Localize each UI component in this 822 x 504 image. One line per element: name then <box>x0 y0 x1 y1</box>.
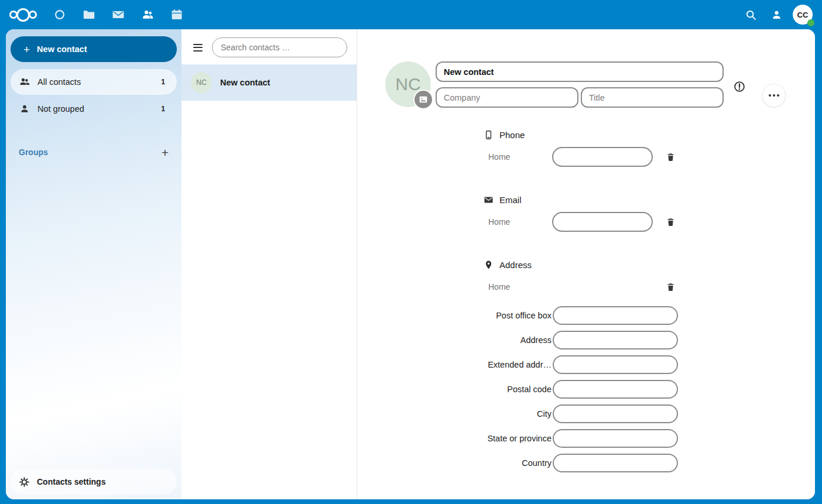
sidebar-item-count: 1 <box>161 105 169 113</box>
email-section: Email Home <box>484 195 815 232</box>
contacts-settings-button[interactable]: Contacts settings <box>11 469 177 495</box>
user-avatar[interactable]: CC <box>793 5 813 25</box>
sidebar-item-all-contacts[interactable]: All contacts 1 <box>11 69 177 95</box>
folder-icon <box>83 8 95 21</box>
company-title-row <box>436 87 724 108</box>
address-field-label: Post office box <box>484 311 552 320</box>
name-fields <box>436 61 724 108</box>
country-input[interactable] <box>553 454 678 472</box>
phone-row: Home <box>484 147 815 167</box>
navigation-sidebar: + New contact All contacts 1 Not grouped… <box>6 29 181 499</box>
company-input[interactable] <box>436 87 578 108</box>
sidebar-item-label: Not grouped <box>37 104 84 114</box>
address-field-row: City <box>484 404 815 423</box>
mail-icon <box>112 8 125 21</box>
email-heading-label: Email <box>499 195 522 205</box>
address-type-row: Home <box>484 277 815 297</box>
ellipsis-icon <box>769 94 771 97</box>
address-field-label: State or province <box>484 434 552 443</box>
delete-phone-button[interactable] <box>663 150 677 164</box>
toggle-navigation-button[interactable] <box>192 42 204 54</box>
user-icon <box>770 9 783 21</box>
groups-header: Groups + <box>11 140 177 164</box>
city-input[interactable] <box>553 404 678 423</box>
contact-avatar-initials: NC <box>196 78 207 87</box>
contacts-icon <box>141 8 154 21</box>
alert-circle-icon <box>733 80 746 93</box>
state-province-input[interactable] <box>553 429 678 448</box>
contact-details-panel: NC <box>357 29 815 499</box>
street-address-input[interactable] <box>553 331 678 349</box>
postal-code-input[interactable] <box>553 380 678 399</box>
contact-list-panel: NC New contact <box>181 29 357 499</box>
plus-icon: + <box>162 146 169 159</box>
detail-avatar: NC <box>385 61 431 107</box>
phone-value-input[interactable] <box>552 147 653 167</box>
phone-section: Phone Home <box>484 130 815 167</box>
address-field-label: Postal code <box>484 385 552 394</box>
topbar: CC <box>0 0 822 29</box>
job-title-input[interactable] <box>581 87 724 108</box>
app-icon-files[interactable] <box>74 0 104 29</box>
map-pin-icon <box>484 260 494 270</box>
contacts-settings-label: Contacts settings <box>37 477 105 486</box>
email-value-input[interactable] <box>552 212 653 232</box>
phone-type-select[interactable]: Home <box>484 152 552 162</box>
sidebar-item-count: 1 <box>161 78 169 86</box>
person-icon <box>19 103 30 115</box>
email-heading: Email <box>484 195 815 205</box>
plus-icon: + <box>23 44 30 55</box>
sidebar-nav: All contacts 1 Not grouped 1 <box>6 68 181 123</box>
people-icon <box>19 76 30 88</box>
new-contact-label: New contact <box>37 44 87 54</box>
delete-email-button[interactable] <box>663 215 677 229</box>
app-icon-mail[interactable] <box>104 0 133 29</box>
extended-address-input[interactable] <box>553 355 678 374</box>
groups-label: Groups <box>19 148 162 157</box>
search-contacts-input[interactable] <box>212 37 347 57</box>
contact-fullname-input[interactable] <box>436 61 724 82</box>
contacts-menu-button[interactable] <box>763 0 789 29</box>
contact-list-header <box>181 29 357 64</box>
address-field-row: Postal code <box>484 380 815 399</box>
sidebar-item-not-grouped[interactable]: Not grouped 1 <box>11 96 177 122</box>
address-field-row: Extended addr… <box>484 355 815 374</box>
app-icon-contacts[interactable] <box>133 0 162 29</box>
sidebar-item-label: All contacts <box>37 77 81 87</box>
contact-details-header: NC <box>357 29 815 108</box>
trash-icon <box>666 282 676 292</box>
user-avatar-initials: CC <box>797 11 809 19</box>
app-content: + New contact All contacts 1 Not grouped… <box>6 29 815 499</box>
upload-photo-button[interactable] <box>413 90 433 109</box>
email-icon <box>484 195 494 205</box>
syntax-warning-button[interactable] <box>728 76 751 98</box>
address-heading: Address <box>484 260 815 270</box>
address-field-row: State or province <box>484 429 815 448</box>
more-actions-button[interactable] <box>762 84 786 107</box>
nextcloud-logo[interactable] <box>9 8 37 22</box>
contact-name: New contact <box>220 78 270 87</box>
phone-icon <box>484 130 494 140</box>
phone-heading: Phone <box>484 130 815 140</box>
app-icon-calendar[interactable] <box>162 0 191 29</box>
email-type-select[interactable]: Home <box>484 217 552 227</box>
hamburger-icon <box>193 44 203 45</box>
online-status-dot <box>807 19 814 26</box>
contact-avatar: NC <box>191 72 212 93</box>
app-icon-dashboard[interactable] <box>45 0 74 29</box>
add-group-button[interactable]: + <box>162 146 169 159</box>
contact-list-item[interactable]: NC New contact <box>181 64 357 101</box>
address-type-select[interactable]: Home <box>484 282 552 292</box>
delete-address-button[interactable] <box>663 280 677 294</box>
address-field-label: City <box>484 409 552 419</box>
logo-circle-right <box>29 11 37 19</box>
sidebar-bottom: Contacts settings <box>6 464 181 499</box>
new-contact-button[interactable]: + New contact <box>11 36 177 62</box>
trash-icon <box>666 217 676 227</box>
address-field-label: Extended addr… <box>484 360 552 369</box>
post-office-box-input[interactable] <box>553 306 678 325</box>
calendar-icon <box>170 8 183 21</box>
phone-heading-label: Phone <box>499 130 525 140</box>
unified-search-button[interactable] <box>738 0 763 29</box>
email-row: Home <box>484 212 815 232</box>
